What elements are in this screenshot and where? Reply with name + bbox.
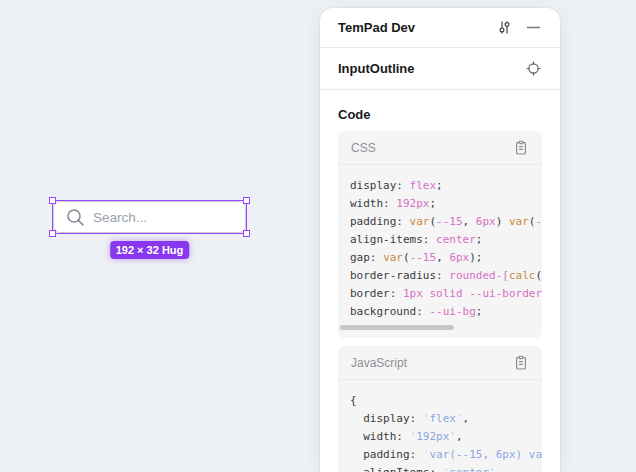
sliders-icon [497,20,512,35]
css-scrollbar-thumb[interactable] [340,325,454,330]
clipboard-icon [514,355,528,371]
component-name: InputOutline [338,61,522,76]
size-badge: 192 × 32 Hug [110,241,190,259]
js-code: { display: 'flex', width: '192px', paddi… [338,380,542,472]
minimize-icon [527,26,540,29]
panel-header[interactable]: TemPad Dev [320,8,560,48]
clipboard-icon [514,140,528,156]
selection-handle-sw[interactable] [49,230,56,237]
panel-title: TemPad Dev [338,20,493,35]
search-icon [66,208,85,227]
selection-handle-se[interactable] [243,230,250,237]
locate-component-button[interactable] [522,58,544,80]
copy-css-button[interactable] [510,137,532,159]
js-block-header: JavaScript [338,346,542,380]
search-input-visual: Search... [53,201,246,233]
copy-js-button[interactable] [510,352,532,374]
tempad-dev-panel: TemPad Dev InputOutline [320,8,560,472]
css-code: display: flex;width: 192px;padding: var(… [338,165,542,321]
search-input-component[interactable]: Search... 192 × 32 Hug [53,201,246,233]
search-placeholder-text: Search... [93,210,147,225]
locate-icon [526,61,541,76]
selection-handle-nw[interactable] [49,197,56,204]
code-section-title: Code [338,107,542,122]
js-block-label: JavaScript [351,356,510,370]
selection-handle-ne[interactable] [243,197,250,204]
minimize-button[interactable] [522,17,544,39]
selected-component-row: InputOutline [320,48,560,90]
settings-sliders-button[interactable] [493,17,515,39]
css-code-block: CSS display: flex;width: 192px;padding: … [338,131,542,338]
css-block-header: CSS [338,131,542,165]
css-block-label: CSS [351,141,510,155]
css-horizontal-scrollbar [340,325,530,330]
js-code-block: JavaScript { display: 'flex', width: '19… [338,346,542,472]
